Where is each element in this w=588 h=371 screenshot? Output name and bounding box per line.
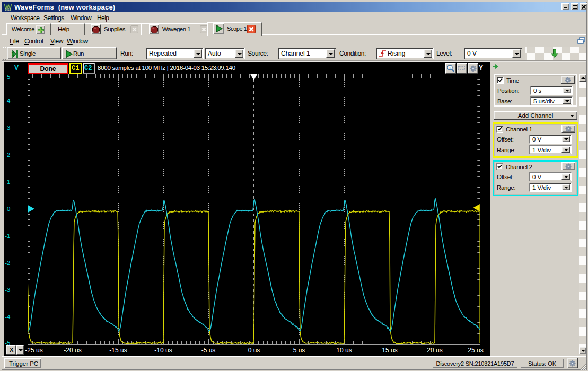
svg-text:1: 1 [7, 179, 10, 185]
svg-text:0: 0 [7, 206, 10, 212]
svg-text:-1: -1 [5, 233, 10, 239]
svg-text:-4: -4 [5, 314, 11, 320]
svg-text:2: 2 [7, 152, 10, 158]
svg-text:20 us: 20 us [427, 347, 442, 354]
svg-text:1: 1 [12, 51, 15, 57]
svg-text:-2: -2 [5, 260, 10, 266]
svg-text:15 us: 15 us [382, 347, 397, 354]
svg-text:-5 us: -5 us [201, 347, 216, 354]
svg-text:2015: 2015 [5, 8, 11, 11]
svg-text:10 us: 10 us [336, 347, 352, 354]
svg-text:5 us: 5 us [293, 347, 305, 354]
svg-text:3: 3 [7, 125, 10, 131]
svg-text:-20 us: -20 us [64, 347, 81, 354]
svg-text:4: 4 [7, 98, 11, 104]
svg-text:5: 5 [7, 74, 10, 80]
svg-text:0 us: 0 us [248, 347, 260, 354]
svg-text:25 us: 25 us [468, 347, 483, 354]
svg-text:-25 us: -25 us [25, 347, 42, 354]
svg-text:-15 us: -15 us [109, 347, 127, 354]
svg-text:-3: -3 [5, 287, 10, 293]
svg-text:-10 us: -10 us [154, 347, 172, 354]
